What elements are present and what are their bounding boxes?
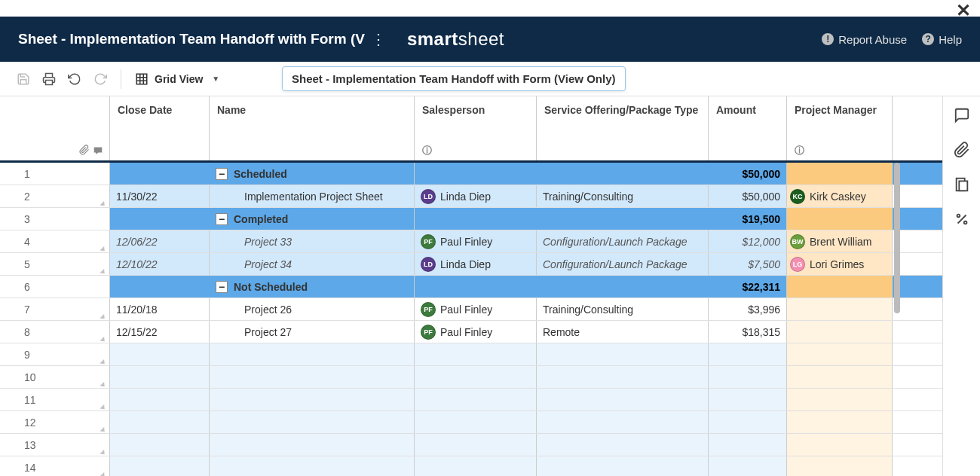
avatar: PF <box>421 234 436 249</box>
rownum[interactable]: 14 <box>0 456 110 476</box>
svg-point-8 <box>957 215 960 218</box>
col-close-date[interactable]: Close Date <box>110 96 210 160</box>
group-row-completed[interactable]: 3 −Completed $19,500 <box>0 208 942 230</box>
avatar: PF <box>421 302 436 317</box>
table-row[interactable]: 11 <box>0 389 942 411</box>
rownum[interactable]: 2 <box>0 185 110 207</box>
table-row[interactable]: 14 <box>0 456 942 476</box>
grid-rows: 1 −Scheduled $50,000 2 11/30/22 Implemen… <box>0 163 942 476</box>
avatar: LD <box>421 189 436 204</box>
alert-icon: ! <box>822 33 834 45</box>
separator <box>121 69 121 89</box>
redo-button <box>87 66 113 92</box>
rownum[interactable]: 4 <box>0 230 110 252</box>
rownum[interactable]: 5 <box>0 253 110 275</box>
table-row[interactable]: 13 <box>0 434 942 456</box>
brandfolder-icon[interactable] <box>954 211 970 227</box>
print-button[interactable] <box>36 66 62 92</box>
table-row[interactable]: 4 12/06/22 Project 33 PFPaul Finley Conf… <box>0 230 942 253</box>
avatar: BW <box>790 234 805 249</box>
table-row[interactable]: 5 12/10/22 Project 34 LDLinda Diep Confi… <box>0 253 942 276</box>
rownum[interactable]: 10 <box>0 366 110 388</box>
table-row[interactable]: 10 <box>0 366 942 389</box>
collapse-icon[interactable]: − <box>216 213 228 225</box>
svg-rect-0 <box>46 80 53 84</box>
report-abuse-link[interactable]: ! Report Abuse <box>822 33 907 46</box>
view-dropdown-icon[interactable]: ▼ <box>212 75 219 83</box>
vertical-scrollbar[interactable] <box>894 163 900 313</box>
app-header: Sheet - Implementation Team Handoff with… <box>0 17 980 62</box>
table-row[interactable]: 8 12/15/22 Project 27 PFPaul Finley Remo… <box>0 321 942 343</box>
right-rail <box>942 96 980 476</box>
grid: Close Date Name Salespersonⓘ Service Off… <box>0 96 942 476</box>
svg-point-9 <box>963 221 966 224</box>
undo-button[interactable] <box>62 66 87 92</box>
table-row[interactable]: 9 <box>0 343 942 366</box>
brand-logo: smartsheet <box>407 29 504 50</box>
rownum-header <box>0 96 110 160</box>
grid-view-button[interactable]: Grid View <box>129 68 209 90</box>
avatar: LD <box>421 257 436 272</box>
help-icon: ? <box>922 33 934 45</box>
col-salesperson[interactable]: Salespersonⓘ <box>415 96 537 160</box>
group-row-not-scheduled[interactable]: 6 −Not Scheduled $22,311 <box>0 276 942 298</box>
col-amount[interactable]: Amount <box>709 96 787 160</box>
collapse-icon[interactable]: − <box>216 168 228 180</box>
col-name[interactable]: Name <box>210 96 415 160</box>
avatar: PF <box>421 325 436 340</box>
sheet-title: Sheet - Implementation Team Handoff with… <box>18 31 365 47</box>
table-row[interactable]: 2 11/30/22 Implementation Project Sheet … <box>0 185 942 208</box>
column-headers: Close Date Name Salespersonⓘ Service Off… <box>0 96 942 163</box>
col-project-manager[interactable]: Project Managerⓘ <box>787 96 893 160</box>
rownum[interactable]: 3 <box>0 208 110 230</box>
rownum[interactable]: 13 <box>0 434 110 456</box>
help-link[interactable]: ? Help <box>922 33 962 46</box>
proofs-icon[interactable] <box>954 176 970 193</box>
rownum[interactable]: 8 <box>0 321 110 343</box>
attachment-icon[interactable] <box>79 145 90 155</box>
rownum[interactable]: 9 <box>0 343 110 365</box>
rownum[interactable]: 1 <box>0 163 110 185</box>
svg-rect-1 <box>136 74 147 84</box>
rownum[interactable]: 11 <box>0 389 110 410</box>
table-row[interactable]: 7 11/20/18 Project 26 PFPaul Finley Trai… <box>0 298 942 321</box>
avatar: KC <box>790 189 805 204</box>
title-more-icon[interactable]: ⋮ <box>371 30 386 48</box>
rownum[interactable]: 7 <box>0 298 110 320</box>
save-button <box>11 66 36 92</box>
sheet-title-tooltip: Sheet - Implementation Team Handoff with… <box>282 66 626 91</box>
toolbar: Grid View ▼ Sheet - Implementation Team … <box>0 62 980 96</box>
group-row-scheduled[interactable]: 1 −Scheduled $50,000 <box>0 163 942 185</box>
comment-icon[interactable] <box>93 145 103 155</box>
rownum[interactable]: 6 <box>0 276 110 298</box>
avatar: LG <box>790 257 805 272</box>
table-row[interactable]: 12 <box>0 411 942 434</box>
attachments-icon[interactable] <box>954 142 970 158</box>
collapse-icon[interactable]: − <box>216 281 228 293</box>
conversations-icon[interactable] <box>954 107 970 124</box>
grid-view-label: Grid View <box>155 73 203 85</box>
rownum[interactable]: 12 <box>0 411 110 433</box>
close-icon[interactable]: ✕ <box>956 0 971 21</box>
col-service[interactable]: Service Offering/Package Type <box>537 96 709 160</box>
svg-rect-7 <box>959 181 967 191</box>
